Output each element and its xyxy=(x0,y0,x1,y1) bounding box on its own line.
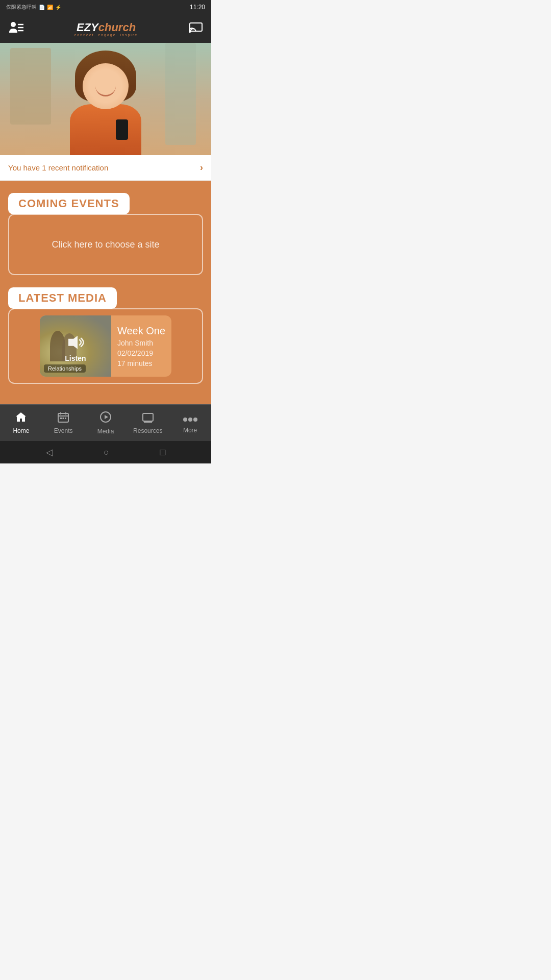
nav-label-home: Home xyxy=(13,427,29,434)
svg-point-22 xyxy=(193,418,197,422)
nav-label-resources: Resources xyxy=(133,427,162,434)
notification-bar[interactable]: You have 1 recent notification › xyxy=(0,155,211,181)
nav-item-events[interactable]: Events xyxy=(42,405,85,441)
latest-media-section: LATEST MEDIA xyxy=(8,287,203,384)
coming-events-body[interactable]: Click here to choose a site xyxy=(8,214,203,275)
emergency-call-text: 仅限紧急呼叫 xyxy=(6,4,37,11)
app-header: EZYchurch connect. engage. inspire xyxy=(0,14,211,43)
logo-church: church xyxy=(98,21,136,34)
svg-rect-14 xyxy=(65,418,66,419)
svg-point-20 xyxy=(183,418,187,422)
svg-marker-6 xyxy=(68,336,78,349)
coming-events-title: COMING EVENTS xyxy=(8,193,130,214)
media-category-badge: Relationships xyxy=(44,364,86,373)
hero-image xyxy=(0,43,211,155)
svg-point-21 xyxy=(188,418,192,422)
media-title: Week One xyxy=(117,325,165,337)
status-left: 仅限紧急呼叫 📄 📶 ⚡ xyxy=(6,4,61,11)
media-author: John Smith xyxy=(117,339,165,347)
status-bar: 仅限紧急呼叫 📄 📶 ⚡ 11:20 xyxy=(0,0,211,14)
resources-icon xyxy=(142,411,154,426)
events-icon xyxy=(57,411,69,426)
android-nav: ◁ ○ □ xyxy=(0,441,211,463)
nav-label-more: More xyxy=(183,427,197,434)
doc-icon: 📄 xyxy=(39,5,45,10)
svg-rect-16 xyxy=(143,413,153,421)
wifi-icon: 📶 xyxy=(47,5,53,10)
coming-events-section: COMING EVENTS Click here to choose a sit… xyxy=(8,193,203,275)
cast-icon[interactable] xyxy=(189,21,203,36)
back-button[interactable]: ◁ xyxy=(46,447,53,458)
app-logo: EZYchurch xyxy=(74,21,138,34)
logo-container: EZYchurch connect. engage. inspire xyxy=(74,21,138,37)
nav-item-resources[interactable]: Resources xyxy=(127,405,169,441)
svg-rect-12 xyxy=(60,418,62,419)
more-icon xyxy=(183,412,198,425)
main-content: COMING EVENTS Click here to choose a sit… xyxy=(0,181,211,404)
media-item[interactable]: Listen Relationships Week One John Smith… xyxy=(40,315,171,377)
svg-marker-7 xyxy=(16,412,26,422)
media-date: 02/02/2019 xyxy=(117,349,165,357)
nav-item-home[interactable]: Home xyxy=(0,405,42,441)
latest-media-title: LATEST MEDIA xyxy=(8,287,117,309)
svg-rect-13 xyxy=(63,418,64,419)
menu-users-icon[interactable] xyxy=(8,20,23,37)
logo-ezy: EZY xyxy=(77,21,98,34)
notification-arrow: › xyxy=(200,162,203,173)
coming-events-placeholder: Click here to choose a site xyxy=(52,239,159,250)
svg-point-5 xyxy=(189,30,191,32)
play-icon xyxy=(66,335,85,354)
usb-icon: ⚡ xyxy=(55,5,61,10)
svg-point-0 xyxy=(11,22,16,27)
home-button[interactable]: ○ xyxy=(104,447,109,458)
notification-text: You have 1 recent notification xyxy=(8,163,108,172)
media-thumbnail: Listen Relationships xyxy=(40,315,111,377)
latest-media-body: Listen Relationships Week One John Smith… xyxy=(8,308,203,384)
media-listen-label: Listen xyxy=(65,354,86,362)
nav-label-events: Events xyxy=(54,427,73,434)
logo-tagline: connect. engage. inspire xyxy=(74,33,138,37)
media-info: Week One John Smith 02/02/2019 17 minute… xyxy=(111,315,171,377)
status-time: 11:20 xyxy=(190,4,205,11)
home-icon xyxy=(15,411,27,426)
recent-button[interactable]: □ xyxy=(160,447,165,458)
nav-item-more[interactable]: More xyxy=(169,405,211,441)
bottom-nav: Home Events Media xyxy=(0,404,211,441)
media-duration: 17 minutes xyxy=(117,359,165,368)
nav-label-media: Media xyxy=(97,428,114,435)
nav-item-media[interactable]: Media xyxy=(85,405,127,441)
media-icon xyxy=(99,411,112,426)
